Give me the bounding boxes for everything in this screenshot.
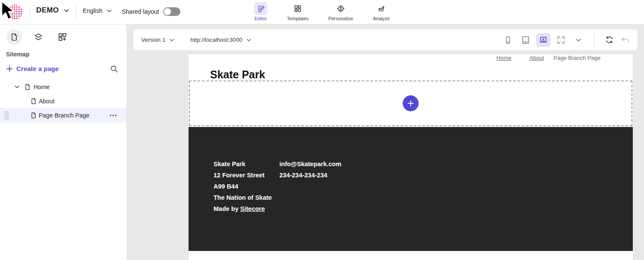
divider	[29, 6, 30, 18]
top-bar: DEMO English Shared layout Edit	[0, 0, 644, 25]
panel-title: Sitemap	[6, 51, 29, 58]
tab-analyze[interactable]: Analyze	[373, 2, 390, 21]
page-icon	[24, 84, 31, 90]
analyze-icon	[375, 2, 388, 15]
tab-editor[interactable]: Editor	[254, 2, 267, 21]
language-switcher[interactable]: English	[83, 7, 112, 14]
components-panel-button[interactable]	[55, 29, 70, 45]
tree-item-label: Page Branch Page	[39, 112, 90, 119]
footer-address-column: Skate Park 12 Forever Street A99 B44 The…	[214, 158, 279, 251]
footer-line: A99 B44	[214, 181, 279, 192]
sitecore-link[interactable]: Sitecore	[240, 205, 265, 212]
mode-tabs: Editor Templates	[254, 2, 390, 21]
device-preview-group	[501, 33, 632, 47]
plus-icon	[407, 99, 415, 108]
page-footer: Skate Park 12 Forever Street A99 B44 The…	[189, 127, 633, 251]
canvas-nav-home-link[interactable]: Home	[496, 55, 511, 61]
editor-workspace: Version 1 http://localhost:3000	[127, 25, 644, 260]
sitecore-logo-icon[interactable]	[7, 4, 23, 20]
shared-layout-toggle[interactable]	[163, 7, 180, 16]
sidebar-panel-switcher	[6, 29, 70, 45]
personalize-icon	[334, 2, 347, 15]
made-by-text: Made by	[214, 205, 240, 212]
more-options-icon[interactable]	[109, 114, 117, 117]
canvas-nav-current-page: Page Branch Page	[554, 55, 601, 61]
create-page-button[interactable]: Create a page	[6, 65, 59, 72]
footer-line: info@Skatepark.com	[279, 158, 341, 170]
plus-icon	[6, 65, 13, 72]
page-title[interactable]: Skate Park	[210, 68, 265, 81]
templates-icon	[291, 2, 304, 15]
layers-icon	[34, 32, 43, 42]
editor-icon	[254, 2, 267, 15]
chevron-down-icon	[106, 8, 112, 14]
language-label: English	[83, 7, 102, 14]
tree-item-home[interactable]: Home	[0, 80, 127, 94]
tab-label: Templates	[287, 16, 309, 21]
divider	[76, 6, 76, 18]
footer-contact-column: info@Skatepark.com 234-234-234-234	[279, 158, 341, 251]
footer-line: The Nation of Skate	[214, 192, 279, 203]
shared-layout-label: Shared layout	[122, 8, 159, 15]
tab-templates[interactable]: Templates	[287, 2, 309, 21]
tab-label: Editor	[254, 16, 267, 21]
chevron-down-icon	[63, 7, 70, 14]
tab-label: Analyze	[373, 16, 390, 21]
tab-label: Personalize	[328, 16, 353, 21]
phone-preview-icon[interactable]	[501, 33, 515, 47]
tablet-preview-icon[interactable]	[518, 33, 533, 47]
drag-handle-icon[interactable]	[4, 110, 9, 121]
divider	[594, 34, 594, 46]
site-name: DEMO	[36, 6, 59, 15]
search-icon[interactable]	[109, 65, 119, 74]
footer-line: Skate Park	[214, 158, 279, 170]
components-plus-icon	[58, 32, 67, 42]
canvas-nav-about-link[interactable]: About	[529, 55, 544, 61]
refresh-icon[interactable]	[603, 34, 616, 46]
layers-panel-button[interactable]	[31, 29, 46, 45]
chevron-down-icon	[246, 37, 252, 43]
tree-item-about[interactable]: About	[0, 94, 127, 108]
preview-toolbar: Version 1 http://localhost:3000	[133, 29, 638, 50]
site-url-dropdown[interactable]: http://localhost:3000	[190, 37, 252, 43]
page-icon	[30, 112, 37, 119]
tree-item-label: Home	[34, 84, 50, 90]
document-icon	[10, 33, 19, 41]
add-component-button[interactable]	[403, 96, 419, 111]
tree-item-page-branch-page[interactable]: Page Branch Page	[0, 108, 127, 122]
component-placeholder[interactable]	[189, 80, 632, 126]
undo-icon[interactable]	[619, 34, 632, 46]
device-options-chevron-icon[interactable]	[571, 33, 586, 47]
sitemap-tree: Home About	[0, 80, 127, 122]
version-dropdown[interactable]: Version 1	[141, 37, 175, 43]
tab-personalize[interactable]: Personalize	[328, 2, 353, 21]
footer-made-by: Made by Sitecore	[214, 203, 279, 214]
chevron-down-icon[interactable]	[14, 84, 20, 90]
tree-item-label: About	[39, 98, 55, 105]
left-sidebar: Sitemap Create a page Home A	[0, 25, 127, 260]
shared-layout-control: Shared layout	[122, 7, 180, 16]
pages-panel-button[interactable]	[6, 29, 22, 45]
canvas-breadcrumb-nav: Home About Page Branch Page	[496, 55, 601, 61]
toggle-knob	[164, 8, 171, 15]
pages-editor-app: DEMO English Shared layout Edit	[0, 0, 644, 260]
create-page-label: Create a page	[16, 65, 59, 72]
page-icon	[30, 98, 37, 105]
page-canvas: Home About Page Branch Page Skate Park S…	[189, 54, 633, 260]
site-switcher[interactable]: DEMO	[36, 6, 70, 15]
footer-line: 12 Forever Street	[214, 170, 279, 181]
footer-line: 234-234-234-234	[279, 170, 341, 181]
desktop-preview-icon[interactable]	[536, 33, 551, 47]
site-url: http://localhost:3000	[190, 37, 242, 43]
version-label: Version 1	[141, 37, 165, 43]
fit-screen-icon[interactable]	[554, 33, 568, 47]
chevron-down-icon	[169, 37, 175, 43]
